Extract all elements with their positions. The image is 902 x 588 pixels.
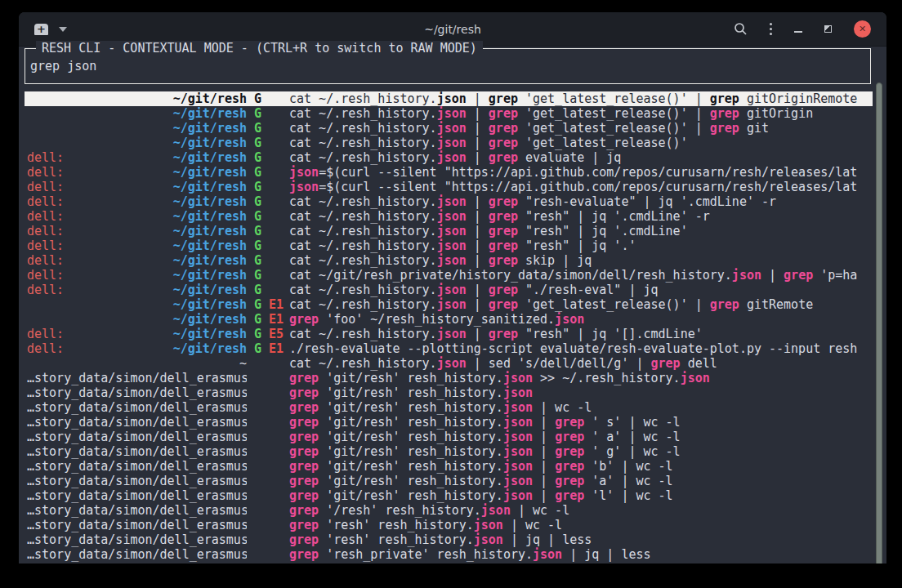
history-row-selected[interactable]: ~/git/resh Gcat ~/.resh_history.json | g… — [25, 91, 873, 106]
history-row[interactable]: dell:~/git/resh Gjson=$(curl --silent "h… — [25, 180, 873, 194]
hostpath-cell: …story_data/simon/dell_erasmus — [25, 474, 247, 488]
history-row[interactable]: …story_data/simon/dell_erasmusgrep 'git/… — [25, 385, 873, 400]
git-flag: G — [247, 91, 261, 106]
path-cell: ~/git/resh — [173, 91, 247, 106]
tab-dropdown-button[interactable] — [59, 27, 67, 32]
history-row[interactable]: dell:~/git/resh G E5cat ~/.resh_history.… — [25, 327, 873, 341]
history-row[interactable]: …story_data/simon/dell_erasmusgrep 'git/… — [25, 474, 873, 488]
git-flag: G — [247, 224, 261, 238]
history-row[interactable]: dell:~/git/resh Gcat ~/.resh_history.jso… — [25, 253, 873, 268]
git-flag: G — [247, 268, 261, 283]
resh-query-box: RESH CLI - CONTEXTUAL MODE - (CTRL+R to … — [25, 48, 871, 84]
history-row[interactable]: ~cat ~/.resh_history.json | sed 's/dell/… — [25, 356, 873, 371]
close-button[interactable]: ✕ — [854, 20, 871, 38]
history-row[interactable]: ~/git/resh G E1grep 'foo' ~/resh_history… — [25, 312, 873, 327]
flags-cell — [247, 400, 289, 415]
git-flag: G — [247, 194, 261, 209]
flags-cell: G — [247, 150, 289, 165]
hostpath-cell: ~/git/resh — [25, 106, 247, 121]
command-cell: cat ~/.resh_history.json | grep 'get_lat… — [289, 91, 873, 106]
path-cell: …story_data/simon/dell_erasmus — [27, 444, 247, 459]
history-row[interactable]: dell:~/git/resh Gcat ~/.resh_history.jso… — [25, 224, 873, 238]
scrollbar[interactable] — [876, 82, 882, 564]
history-row[interactable]: …story_data/simon/dell_erasmusgrep 'resh… — [25, 547, 873, 562]
history-row[interactable]: …story_data/simon/dell_erasmusgrep 'git/… — [25, 430, 873, 444]
hostpath-cell: dell:~/git/resh — [25, 327, 247, 341]
search-query-input[interactable]: grep json — [30, 59, 96, 74]
history-row[interactable]: …story_data/simon/dell_erasmusgrep 'resh… — [25, 518, 873, 532]
terminal-window: + ~/git/resh ✕ — [19, 12, 886, 564]
restore-button[interactable] — [824, 25, 832, 33]
hostpath-cell: …story_data/simon/dell_erasmus — [25, 488, 247, 503]
flags-cell — [247, 415, 289, 430]
command-cell: cat ~/.resh_history.json | grep evaluate… — [289, 150, 873, 165]
host-cell: dell: — [27, 341, 64, 356]
path-cell: ~/git/resh — [173, 165, 247, 180]
history-row[interactable]: …story_data/simon/dell_erasmusgrep '/res… — [25, 503, 873, 518]
new-tab-button[interactable]: + — [34, 24, 48, 35]
hostpath-cell: dell:~/git/resh — [25, 268, 247, 283]
history-row[interactable]: …story_data/simon/dell_erasmusgrep 'git/… — [25, 415, 873, 430]
history-row[interactable]: dell:~/git/resh Gcat ~/git/resh_private/… — [25, 268, 873, 283]
history-row[interactable]: …story_data/simon/dell_erasmusgrep 'git/… — [25, 444, 873, 459]
command-cell: cat ~/.resh_history.json | grep "./resh-… — [289, 283, 873, 297]
history-row[interactable]: dell:~/git/resh Gcat ~/.resh_history.jso… — [25, 150, 873, 165]
hostpath-cell: dell:~/git/resh — [25, 209, 247, 224]
flags-cell: G — [247, 91, 289, 106]
host-cell: dell: — [27, 165, 64, 180]
history-row[interactable]: dell:~/git/resh Gcat ~/.resh_history.jso… — [25, 209, 873, 224]
flags-cell — [247, 503, 289, 518]
history-row[interactable]: …story_data/simon/dell_erasmusgrep 'git/… — [25, 400, 873, 415]
path-cell: …story_data/simon/dell_erasmus — [27, 430, 247, 444]
command-cell: grep 'git/resh' resh_history.json | grep… — [289, 415, 873, 430]
flags-cell: G — [247, 268, 289, 283]
history-row[interactable]: …story_data/simon/dell_erasmusgrep 'git/… — [25, 371, 873, 385]
history-row[interactable]: dell:~/git/resh Gcat ~/.resh_history.jso… — [25, 283, 873, 297]
flags-cell: G — [247, 224, 289, 238]
path-cell: ~/git/resh — [173, 312, 247, 327]
hostpath-cell: dell:~/git/resh — [25, 283, 247, 297]
path-cell: …story_data/simon/dell_erasmus — [27, 547, 247, 562]
hostpath-cell: …story_data/simon/dell_erasmus — [25, 400, 247, 415]
flags-cell: G E1 — [247, 312, 289, 327]
history-row[interactable]: dell:~/git/resh G E1./resh-evaluate --pl… — [25, 341, 873, 356]
minimize-button[interactable] — [794, 26, 802, 33]
command-cell: cat ~/.resh_history.json | grep skip | j… — [289, 253, 873, 268]
history-row[interactable]: dell:~/git/resh Gjson=$(curl --silent "h… — [25, 165, 873, 180]
hostpath-cell: dell:~/git/resh — [25, 253, 247, 268]
command-cell: grep 'resh_private' resh_history.json | … — [289, 547, 873, 562]
path-cell: ~/git/resh — [173, 253, 247, 268]
hostpath-cell: ~/git/resh — [25, 297, 247, 312]
history-row[interactable]: …story_data/simon/dell_erasmusgrep 'git/… — [25, 488, 873, 503]
exit-status-flag: E5 — [261, 327, 284, 341]
flags-cell: G — [247, 121, 289, 136]
history-row[interactable]: …story_data/simon/dell_erasmusgrep 'git/… — [25, 459, 873, 474]
hostpath-cell: dell:~/git/resh — [25, 224, 247, 238]
history-row[interactable]: ~/git/resh Gcat ~/.resh_history.json | g… — [25, 121, 873, 136]
command-cell: json=$(curl --silent "https://api.github… — [289, 180, 873, 194]
path-cell: ~/git/resh — [173, 194, 247, 209]
history-row[interactable]: ~/git/resh Gcat ~/.resh_history.json | g… — [25, 106, 873, 121]
history-row[interactable]: dell:~/git/resh Gcat ~/.resh_history.jso… — [25, 238, 873, 253]
command-cell: ./resh-evaluate --plotting-script evalua… — [289, 341, 873, 356]
hostpath-cell: ~ — [25, 356, 247, 371]
menu-button[interactable] — [770, 23, 772, 35]
history-row[interactable]: …story_data/simon/dell_erasmusgrep 'resh… — [25, 532, 873, 547]
history-row[interactable]: ~/git/resh Gcat ~/.resh_history.json | g… — [25, 136, 873, 150]
git-flag: G — [247, 327, 261, 341]
command-cell: cat ~/.resh_history.json | grep 'get_lat… — [289, 136, 873, 150]
hostpath-cell: …story_data/simon/dell_erasmus — [25, 430, 247, 444]
command-cell: json=$(curl --silent "https://api.github… — [289, 165, 873, 180]
search-button[interactable] — [734, 22, 748, 36]
history-row[interactable]: dell:~/git/resh Gcat ~/.resh_history.jso… — [25, 194, 873, 209]
host-cell: dell: — [27, 283, 64, 297]
history-row[interactable]: ~/git/resh G E1cat ~/.resh_history.json … — [25, 297, 873, 312]
flags-cell: G — [247, 180, 289, 194]
git-flag: G — [247, 121, 261, 136]
hostpath-cell: …story_data/simon/dell_erasmus — [25, 459, 247, 474]
flags-cell: G E5 — [247, 327, 289, 341]
host-cell: dell: — [27, 327, 64, 341]
git-flag: G — [247, 238, 261, 253]
flags-cell — [247, 444, 289, 459]
command-cell: grep 'git/resh' resh_history.json — [289, 385, 873, 400]
